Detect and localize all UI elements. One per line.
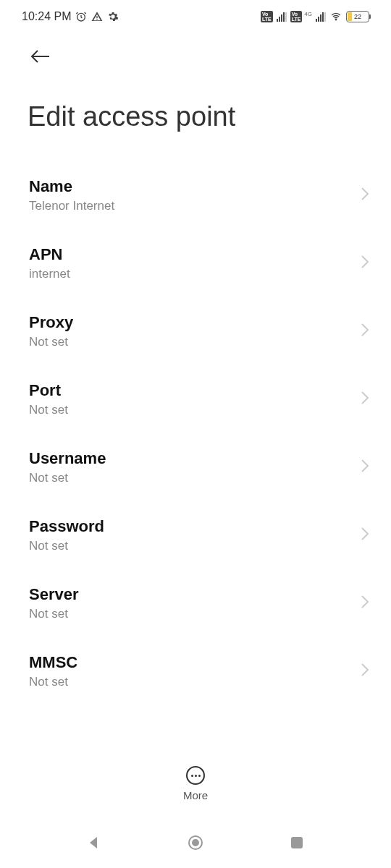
battery-icon: 22: [346, 11, 369, 22]
setting-label: Proxy: [29, 313, 361, 332]
setting-value: Not set: [29, 471, 361, 485]
settings-list: Name Telenor Internet APN internet Proxy…: [0, 154, 391, 712]
setting-row-port[interactable]: Port Not set: [0, 365, 391, 433]
lte-badge-2: VoLTE: [290, 11, 303, 22]
setting-value: Not set: [29, 607, 361, 621]
setting-row-apn[interactable]: APN internet: [0, 229, 391, 297]
signal-bars-1: [277, 12, 287, 22]
status-time: 10:24 PM: [22, 10, 71, 23]
warning-icon: [91, 11, 103, 22]
chevron-right-icon: [361, 255, 369, 272]
nav-bar: [0, 817, 391, 868]
svg-point-3: [193, 840, 198, 846]
fade-overlay: [0, 731, 391, 752]
more-button[interactable]: More: [0, 759, 391, 801]
setting-row-proxy[interactable]: Proxy Not set: [0, 297, 391, 365]
nav-back-button[interactable]: [80, 828, 109, 857]
svg-point-1: [335, 19, 336, 20]
status-left: 10:24 PM: [22, 10, 119, 23]
header: [0, 33, 391, 68]
status-bar: 10:24 PM VoLTE VoLTE 4G 22: [0, 0, 391, 33]
wifi-icon: [329, 12, 342, 22]
back-button[interactable]: [29, 48, 52, 68]
alarm-icon: [75, 11, 87, 22]
signal-bars-2: [316, 12, 326, 22]
gear-icon: [107, 11, 119, 22]
chevron-right-icon: [361, 323, 369, 340]
page-title: Edit access point: [0, 68, 391, 154]
setting-value: Not set: [29, 335, 361, 349]
setting-label: Name: [29, 177, 361, 196]
setting-label: Server: [29, 585, 361, 604]
setting-value: Not set: [29, 539, 361, 553]
chevron-right-icon: [361, 187, 369, 204]
setting-value: Not set: [29, 675, 361, 689]
status-right: VoLTE VoLTE 4G 22: [261, 11, 369, 23]
setting-value: internet: [29, 267, 361, 281]
setting-value: Not set: [29, 403, 361, 417]
chevron-right-icon: [361, 595, 369, 612]
setting-row-server[interactable]: Server Not set: [0, 569, 391, 637]
more-icon: [186, 766, 205, 785]
network-type-label: 4G: [304, 11, 312, 17]
setting-label: Port: [29, 381, 361, 400]
setting-label: MMSC: [29, 653, 361, 672]
chevron-right-icon: [361, 459, 369, 476]
chevron-right-icon: [361, 663, 369, 680]
setting-label: Password: [29, 517, 361, 536]
setting-label: APN: [29, 245, 361, 264]
setting-label: Username: [29, 449, 361, 468]
setting-row-password[interactable]: Password Not set: [0, 501, 391, 569]
setting-row-name[interactable]: Name Telenor Internet: [0, 161, 391, 229]
chevron-right-icon: [361, 391, 369, 408]
lte-badge-1: VoLTE: [261, 11, 273, 22]
svg-rect-4: [291, 837, 303, 848]
setting-value: Telenor Internet: [29, 199, 361, 213]
setting-row-username[interactable]: Username Not set: [0, 433, 391, 501]
nav-home-button[interactable]: [181, 828, 210, 857]
setting-row-mmsc[interactable]: MMSC Not set: [0, 637, 391, 705]
battery-pct: 22: [347, 13, 369, 20]
more-label: More: [183, 789, 208, 801]
nav-recent-button[interactable]: [282, 828, 311, 857]
chevron-right-icon: [361, 527, 369, 544]
